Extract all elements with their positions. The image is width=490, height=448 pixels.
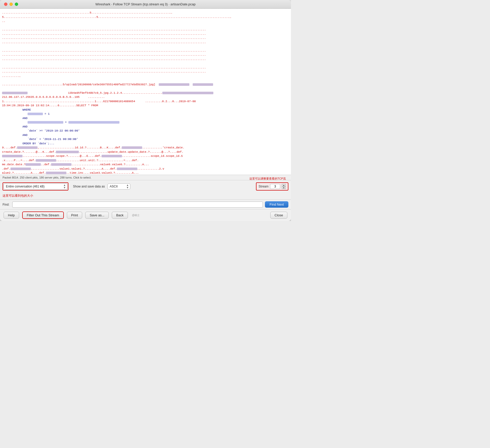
controls-row: Entire conversation (461 kB) ▲▼ Show and… <box>0 180 291 193</box>
stream-number-input[interactable] <box>270 184 280 189</box>
stream-line: .def. .................value1.value1.?..… <box>2 167 289 171</box>
sql-line: = <box>28 120 289 125</box>
print-button[interactable]: Print <box>67 212 82 219</box>
stream-line: ....................................5/up… <box>2 82 289 91</box>
stream-line: ........................................… <box>2 11 289 15</box>
stream-line: ........................................… <box>2 40 289 45</box>
stream-stepper[interactable]: ▲ ▼ <box>282 184 286 189</box>
stream-line: me.date.date.? ..def. .................v… <box>2 162 289 167</box>
show-save-label: Show and save data as <box>73 185 105 188</box>
stream-line: ........................................… <box>2 70 289 74</box>
stream-line: ........................................… <box>2 53 289 57</box>
status-bar: Packet 8014. 250 client pkts, 186 server… <box>0 175 291 180</box>
tcp-stream-content: ........................................… <box>0 9 291 175</box>
stream-line: 212.00.137.17.25635.0.0.6.0.0.0.0.0.B.5.… <box>2 95 289 99</box>
stream-line: 15:04:26.2019-09-10 13:02:14.....6......… <box>2 103 289 108</box>
minimize-traffic-light[interactable] <box>9 3 13 6</box>
window-title: Wireshark · Follow TCP Stream (tcp.strea… <box>95 2 196 6</box>
find-label: Find: <box>3 203 10 206</box>
find-input[interactable] <box>12 202 263 208</box>
stream-decrement[interactable]: ▼ <box>282 186 286 189</box>
stream-line: ........................................… <box>2 66 289 70</box>
sql-line: AND <box>22 133 289 137</box>
sql-line: `date` < '2019-11-21 00:00:00' <box>28 137 289 142</box>
find-next-button[interactable]: Find Next <box>265 201 288 208</box>
stream-line: 13b4a95f9ef549b7c0_5.jpg.2.1.2.4........… <box>2 91 289 95</box>
stream-line: create_date.?.......@...K...def. .......… <box>2 150 289 154</box>
help-button[interactable]: Help <box>4 212 19 219</box>
sql-line: = 1 <box>28 112 289 116</box>
stream-line: .x.....P...=....def. ..............unit.… <box>2 158 289 163</box>
sql-line: AND <box>22 116 289 121</box>
close-traffic-light[interactable] <box>4 3 7 6</box>
back-button[interactable]: Back <box>112 212 128 219</box>
sql-line: WHERE <box>22 108 289 112</box>
sql-line: `date` >= '2019-10-22 00:00:00' <box>28 129 289 133</box>
close-button[interactable]: Close <box>270 212 287 219</box>
maximize-traffic-light[interactable] <box>15 3 18 6</box>
filter-out-button[interactable]: Filter Out This Stream <box>22 211 64 219</box>
stream-line: .. <box>2 19 289 23</box>
watermark: @稿士 <box>132 214 140 217</box>
bottom-bar: Help Filter Out This Stream Print Save a… <box>0 209 291 221</box>
stream-line: ........................................… <box>2 49 289 53</box>
stream-line: 5.......................................… <box>2 15 289 19</box>
main-window: Wireshark · Follow TCP Stream (tcp.strea… <box>0 0 291 221</box>
stream-line: ........................................… <box>2 28 289 32</box>
stream-increment[interactable]: ▲ <box>282 184 286 186</box>
status-text: Packet 8014. 250 client pkts, 186 server… <box>3 176 91 179</box>
find-row: Find: Find Next <box>0 199 291 209</box>
stream-line: 9....def. ,.....................id.id.?.… <box>2 146 289 150</box>
format-select-wrapper: ASCII Hex Dump C Arrays Raw ▲▼ <box>107 183 130 190</box>
conversation-select-wrapper: Entire conversation (461 kB) ▲▼ <box>4 183 67 190</box>
conversation-wrapper: Entire conversation (461 kB) ▲▼ <box>3 182 68 191</box>
stream-line: ..........… <box>2 74 289 78</box>
save-as-button[interactable]: Save as... <box>85 212 109 219</box>
stream-line: ..............scope.scope.?.......@...E.… <box>2 154 289 158</box>
format-select[interactable]: ASCII Hex Dump C Arrays Raw <box>107 183 130 190</box>
stream-line: 1.......................................… <box>2 99 289 104</box>
stream-line: ........................................… <box>2 57 289 62</box>
stream-area-container: 这里可以调整要查看的TCP流 Stream ▲ ▼ <box>256 182 288 191</box>
stream-line: alue2.?..........A....def. ..time.inv...… <box>2 171 289 175</box>
titlebar: Wireshark · Follow TCP Stream (tcp.strea… <box>0 0 291 9</box>
sql-line: AND <box>22 125 289 129</box>
sql-line: ORDER BY `date`;... <box>22 142 289 146</box>
stream-label: Stream <box>259 185 268 188</box>
stream-line: ........................................… <box>2 36 289 40</box>
bottom-annotation-row: 这里可以看到包的大小 <box>0 193 291 199</box>
stream-area: Stream ▲ ▼ <box>256 182 288 191</box>
conversation-select[interactable]: Entire conversation (461 kB) <box>4 183 67 190</box>
packet-size-annotation: 这里可以看到包的大小 <box>3 194 33 197</box>
stream-annotation-top: 这里可以调整要查看的TCP流 <box>249 177 286 181</box>
stream-line: ........................................… <box>2 32 289 36</box>
